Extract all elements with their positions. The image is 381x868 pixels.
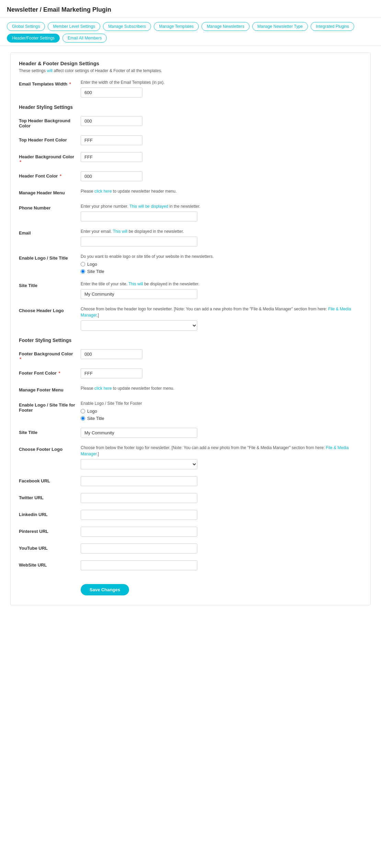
logo-radio-label: Logo bbox=[87, 262, 97, 267]
form-group-youtube: YouTube URL bbox=[19, 544, 362, 553]
settings-card: Header & Footer Design Settings These se… bbox=[10, 53, 371, 605]
website-right bbox=[81, 560, 362, 570]
form-group-footer-bg: Footer Background Color * bbox=[19, 349, 362, 362]
form-group-header-font: Header Font Color * bbox=[19, 171, 362, 181]
footer-bg-label: Footer Background Color * bbox=[19, 349, 81, 362]
tab-manage-subscribers[interactable]: Manage Subscribers bbox=[103, 22, 151, 31]
tab-email-all-members[interactable]: Email All Members bbox=[62, 34, 107, 43]
required-star-5: * bbox=[58, 370, 60, 376]
footer-bg-right bbox=[81, 349, 362, 359]
header-bg-label: Header Background Color * bbox=[19, 152, 81, 164]
email-width-input[interactable] bbox=[81, 88, 142, 98]
header-menu-link[interactable]: click here bbox=[94, 189, 112, 194]
header-font-input[interactable] bbox=[81, 171, 142, 181]
top-header-font-input[interactable] bbox=[81, 135, 142, 145]
linkedin-input[interactable] bbox=[81, 510, 197, 520]
footer-logo-manager-link[interactable]: File & Media Manager bbox=[81, 445, 349, 456]
form-group-website: WebSite URL bbox=[19, 560, 362, 570]
required-star: * bbox=[69, 81, 71, 87]
email-input[interactable] bbox=[81, 237, 197, 247]
section-title: Header & Footer Design Settings bbox=[19, 60, 362, 66]
footer-logo-radio-item[interactable]: Logo bbox=[81, 409, 362, 414]
pinterest-right bbox=[81, 527, 362, 537]
facebook-input[interactable] bbox=[81, 476, 197, 486]
content-area: Header & Footer Design Settings These se… bbox=[0, 46, 381, 619]
header-logo-select[interactable] bbox=[81, 320, 197, 331]
form-group-footer-site-title: Site Title bbox=[19, 428, 362, 438]
tab-global-settings[interactable]: Global Settings bbox=[7, 22, 45, 31]
tab-manage-newsletter-type[interactable]: Manage Newsletter Type bbox=[252, 22, 308, 31]
form-group-manage-footer-menu: Manage Footer Menu Please click here to … bbox=[19, 385, 362, 393]
enable-logo-right: Do you want to enable logo or site title… bbox=[81, 253, 362, 274]
tab-member-level-settings[interactable]: Member Level Settings bbox=[48, 22, 100, 31]
header-logo-label: Choose Header Logo bbox=[19, 306, 81, 313]
header-bg-input[interactable] bbox=[81, 152, 142, 162]
header-logo-right: Choose from below the header logo for ne… bbox=[81, 306, 362, 331]
email-width-right: Enter the width of the Email Templates (… bbox=[81, 79, 362, 98]
footer-site-title-radio-item[interactable]: Site Title bbox=[81, 416, 362, 421]
footer-menu-link[interactable]: click here bbox=[94, 386, 112, 391]
manage-header-menu-hint: Please click here to update newsletter h… bbox=[81, 188, 362, 194]
header-bg-right bbox=[81, 152, 362, 162]
phone-input[interactable] bbox=[81, 212, 197, 221]
logo-radio[interactable] bbox=[81, 262, 85, 266]
form-group-manage-header-menu: Manage Header Menu Please click here to … bbox=[19, 188, 362, 196]
tab-header-footer-settings[interactable]: Header/Footer Settings bbox=[7, 34, 60, 43]
header-logo-manager-link[interactable]: File & Media Manager bbox=[81, 307, 351, 318]
required-star-4: * bbox=[20, 356, 21, 362]
phone-label: Phone Number bbox=[19, 203, 81, 210]
footer-site-title-input[interactable] bbox=[81, 428, 197, 438]
footer-enable-logo-right: Enable Logo / Site Title for Footer Logo… bbox=[81, 400, 362, 421]
manage-header-menu-label: Manage Header Menu bbox=[19, 188, 81, 195]
site-title-radio[interactable] bbox=[81, 269, 85, 274]
site-title-input[interactable] bbox=[81, 289, 197, 299]
site-title-radio-item[interactable]: Site Title bbox=[81, 269, 362, 274]
form-group-linkedin: Linkedin URL bbox=[19, 510, 362, 520]
header-styling-title: Header Styling Settings bbox=[19, 104, 362, 111]
footer-bg-input[interactable] bbox=[81, 349, 142, 359]
header-font-right bbox=[81, 171, 362, 181]
website-input[interactable] bbox=[81, 560, 197, 570]
required-star-2: * bbox=[20, 159, 21, 164]
page-wrapper: Newsletter / Email Marketing Plugin Glob… bbox=[0, 0, 381, 868]
footer-logo-label: Choose Footer Logo bbox=[19, 445, 81, 452]
manage-header-menu-right: Please click here to update newsletter h… bbox=[81, 188, 362, 196]
manage-footer-menu-right: Please click here to update newsletter f… bbox=[81, 385, 362, 393]
youtube-input[interactable] bbox=[81, 544, 197, 553]
save-button[interactable]: Save Changes bbox=[81, 584, 129, 595]
footer-site-title-label: Site Title bbox=[19, 428, 81, 435]
pinterest-input[interactable] bbox=[81, 527, 197, 537]
top-header-bg-input[interactable] bbox=[81, 116, 142, 126]
header-font-label: Header Font Color * bbox=[19, 171, 81, 179]
form-group-phone: Phone Number Enter your phone number. Th… bbox=[19, 203, 362, 221]
form-group-top-header-bg: Top Header Background Color bbox=[19, 116, 362, 128]
email-field-right: Enter your email. This will be displayed… bbox=[81, 228, 362, 247]
footer-logo-radio-label: Logo bbox=[87, 409, 97, 414]
form-group-footer-logo: Choose Footer Logo Choose from below the… bbox=[19, 445, 362, 469]
footer-logo-radio-group: Logo Site Title bbox=[81, 409, 362, 421]
footer-font-label: Footer Font Color * bbox=[19, 368, 81, 376]
logo-radio-item[interactable]: Logo bbox=[81, 262, 362, 267]
form-group-footer-font: Footer Font Color * bbox=[19, 368, 362, 378]
footer-logo-radio[interactable] bbox=[81, 409, 85, 413]
twitter-input[interactable] bbox=[81, 493, 197, 503]
tab-manage-newsletters[interactable]: Manage Newsletters bbox=[201, 22, 249, 31]
linkedin-label: Linkedin URL bbox=[19, 510, 81, 517]
page-title: Newsletter / Email Marketing Plugin bbox=[0, 0, 381, 18]
footer-logo-hint: Choose from below the footer logo for ne… bbox=[81, 445, 362, 457]
tab-manage-templates[interactable]: Manage Templates bbox=[154, 22, 199, 31]
footer-font-input[interactable] bbox=[81, 368, 142, 378]
footer-site-title-radio[interactable] bbox=[81, 416, 85, 421]
top-header-bg-right bbox=[81, 116, 362, 126]
email-width-hint: Enter the width of the Email Templates (… bbox=[81, 79, 362, 85]
website-label: WebSite URL bbox=[19, 560, 81, 568]
tab-integrated-plugins[interactable]: Integrated Plugins bbox=[311, 22, 354, 31]
footer-logo-select[interactable] bbox=[81, 459, 197, 469]
site-title-label: Site Title bbox=[19, 281, 81, 288]
twitter-right bbox=[81, 493, 362, 503]
form-group-top-header-font: Top Header Font Color bbox=[19, 135, 362, 145]
form-group-email: Email Enter your email. This will be dis… bbox=[19, 228, 362, 247]
form-group-header-bg: Header Background Color * bbox=[19, 152, 362, 164]
site-title-radio-label: Site Title bbox=[87, 269, 104, 274]
pinterest-label: Pinterest URL bbox=[19, 527, 81, 534]
